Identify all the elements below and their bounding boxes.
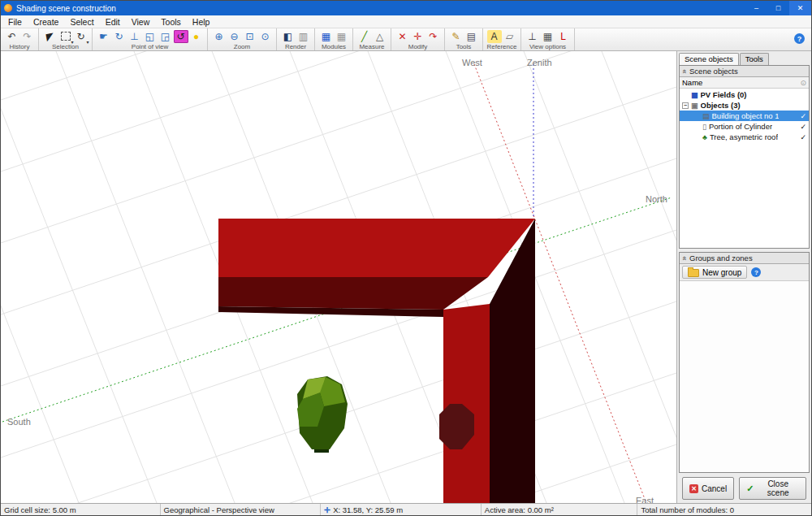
move-object-icon[interactable]: ✛ — [411, 30, 425, 43]
building-roof-shade-face[interactable] — [218, 277, 488, 310]
rectangle-select-icon[interactable]: ▾ — [58, 30, 73, 43]
tree-object[interactable] — [297, 376, 348, 453]
outline-render-icon[interactable]: ▥ — [296, 30, 311, 43]
tree-item-tree-object[interactable]: ♣Tree, asymetric roof✓ — [680, 132, 809, 142]
status-segment-1: Geographical - Perspective view — [161, 504, 322, 515]
front-view-icon[interactable]: ◱ — [143, 30, 158, 43]
status-text: Active area: 0.00 m² — [485, 505, 554, 514]
groups-help-icon[interactable]: ? — [751, 267, 761, 277]
shading-scene-window: Shading scene construction – □ ✕ FileCre… — [0, 0, 812, 516]
restore-button[interactable]: □ — [767, 1, 789, 15]
menu-item-create[interactable]: Create — [28, 17, 65, 27]
toolbar-group-reference: A▱Reference — [483, 28, 521, 50]
pan-hand-icon[interactable]: ☛ — [97, 30, 111, 43]
realistic-render-icon[interactable]: ◧ — [281, 30, 296, 43]
title-bar[interactable]: Shading scene construction – □ ✕ — [1, 1, 811, 15]
window-title: Shading scene construction — [16, 4, 745, 13]
building-front-face[interactable] — [443, 304, 490, 503]
tree-item-objects[interactable]: −▣Objects (3) — [680, 100, 809, 111]
label-tool-icon[interactable]: A — [487, 30, 502, 43]
new-group-button[interactable]: New group — [682, 266, 747, 279]
toolbar-group-measure: ╱△Measure — [353, 28, 391, 50]
top-view-icon[interactable]: ◲ — [158, 30, 173, 43]
scene-3d-view[interactable]: West Zenith North South East — [1, 51, 676, 503]
close-scene-icon: ✓ — [746, 483, 754, 494]
close-button[interactable]: ✕ — [789, 1, 811, 15]
objects-folder-icon: ▣ — [691, 102, 698, 110]
tree-column-header: Name ⊙ — [680, 77, 809, 89]
dropdown-caret-icon[interactable]: ▾ — [86, 39, 89, 45]
visibility-check-icon[interactable]: ✓ — [800, 123, 806, 131]
tree-item-label: Objects (3) — [701, 101, 741, 110]
orbit-icon[interactable]: ↻ — [112, 30, 127, 43]
expander-icon[interactable]: − — [682, 102, 689, 109]
scene-objects-section-header[interactable]: « Scene objects — [680, 66, 809, 77]
tab-tools[interactable]: Tools — [740, 53, 769, 65]
observer-view-icon[interactable]: ↺ — [174, 30, 188, 43]
status-segment-4: Total number of modules: 0 — [637, 504, 811, 515]
help-icon[interactable]: ? — [794, 33, 805, 44]
tree-item-portion-of-cylinder[interactable]: ▯Portion of Cylinder✓ — [680, 121, 809, 132]
zoom-out-icon[interactable]: ⊖ — [227, 30, 242, 43]
redo-icon[interactable]: ↷ — [20, 30, 35, 43]
folder-icon — [688, 269, 699, 277]
tree-item-pv-fields[interactable]: ▦PV Fields (0) — [680, 89, 809, 100]
calculator-icon[interactable]: ▤ — [464, 30, 479, 43]
tab-scene-objects[interactable]: Scene objects — [679, 53, 739, 65]
scene-objects-header-label: Scene objects — [689, 67, 738, 76]
legend-icon[interactable]: L — [556, 30, 571, 43]
zoom-in-icon[interactable]: ⊕ — [212, 30, 227, 43]
visibility-check-icon[interactable]: ✓ — [800, 133, 806, 141]
axis-label-zenith: Zenith — [527, 58, 552, 67]
column-options-icon[interactable]: ⊙ — [800, 79, 806, 87]
tree-item-label: Portion of Cylinder — [709, 122, 772, 131]
show-modules-icon[interactable]: ▦ — [319, 30, 334, 43]
minimize-button[interactable]: – — [745, 1, 767, 15]
stretch-object-icon[interactable]: ✕ — [395, 30, 410, 43]
zoom-all-icon[interactable]: ⊙ — [258, 30, 273, 43]
scene-viewport[interactable]: West Zenith North South East — [1, 51, 676, 503]
toolbar-group-modify: ✕✛↷Modify — [391, 28, 445, 50]
modules-grid-icon[interactable]: ▦ — [335, 30, 349, 43]
reference-frame-icon[interactable]: ▱ — [503, 30, 517, 43]
menu-item-file[interactable]: File — [2, 17, 28, 27]
toolbar-group-label: Point of view — [132, 43, 168, 50]
measure-angle-icon[interactable]: △ — [373, 30, 387, 43]
groups-zones-section-header[interactable]: « Groups and zones — [680, 253, 809, 264]
menu-bar: FileCreateSelectEditViewToolsHelp — [1, 15, 811, 28]
menu-item-select[interactable]: Select — [64, 17, 99, 27]
name-column-label: Name — [682, 78, 702, 87]
measure-line-icon[interactable]: ╱ — [357, 30, 372, 43]
menu-item-view[interactable]: View — [126, 17, 156, 27]
sun-view-icon[interactable]: ● — [189, 30, 204, 43]
building-roof-face[interactable] — [218, 219, 535, 277]
menu-item-tools[interactable]: Tools — [155, 17, 187, 27]
visibility-check-icon[interactable]: ✓ — [800, 112, 806, 120]
close-scene-button[interactable]: ✓ Close scene — [739, 477, 806, 500]
status-text: Grid cell size: 5.00 m — [4, 505, 76, 514]
show-axes-icon[interactable]: ⊥ — [525, 30, 540, 43]
rotate-select-icon[interactable]: ↻▾ — [74, 30, 89, 43]
show-grid-icon[interactable]: ▦ — [541, 30, 555, 43]
menu-item-edit[interactable]: Edit — [100, 17, 126, 27]
axis-label-west: West — [462, 58, 482, 67]
toolbar-group-view-options: ⊥▦LView options — [521, 28, 575, 50]
undo-icon[interactable]: ↶ — [5, 30, 19, 43]
building-object[interactable] — [218, 219, 535, 503]
zoom-window-icon[interactable]: ⊡ — [243, 30, 257, 43]
axes-view-icon[interactable]: ⊥ — [127, 30, 142, 43]
toolbar-group-selection: ◤▾↻▾Selection — [39, 28, 93, 50]
toolbar-groups: ↶↷History◤▾↻▾Selection☛↻⊥◱◲↺●Point of vi… — [1, 28, 575, 50]
right-panel-tabs: Scene objects Tools — [677, 51, 811, 65]
tree-item-label: PV Fields (0) — [701, 90, 747, 99]
select-cursor-icon[interactable]: ◤ — [43, 30, 58, 43]
menu-item-help[interactable]: Help — [187, 17, 216, 27]
rotate-object-icon[interactable]: ↷ — [426, 30, 441, 43]
pv-fields-icon: ▦ — [691, 91, 698, 99]
tree-item-building-object[interactable]: ▤Building object no 1✓ — [680, 111, 809, 121]
toolbar-group-zoom: ⊕⊖⊡⊙Zoom — [208, 28, 277, 50]
toolbar-group-tools: ✎▤Tools — [445, 28, 483, 50]
groups-list-area — [680, 281, 809, 472]
edit-pencil-icon[interactable]: ✎ — [449, 30, 464, 43]
cancel-button[interactable]: ✕ Cancel — [682, 477, 734, 500]
